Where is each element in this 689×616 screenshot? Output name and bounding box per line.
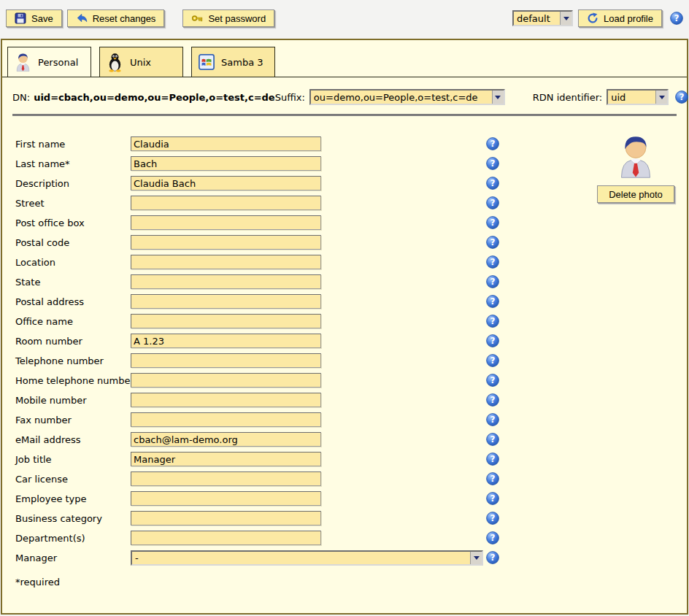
help-icon[interactable]: ? bbox=[486, 275, 499, 288]
manager-select[interactable]: - bbox=[131, 550, 483, 566]
save-button-label: Save bbox=[31, 13, 53, 24]
postal-address-input[interactable] bbox=[131, 294, 321, 309]
help-icon[interactable]: ? bbox=[486, 255, 499, 269]
svg-text:?: ? bbox=[490, 395, 496, 405]
help-icon[interactable]: ? bbox=[486, 177, 499, 190]
svg-text:?: ? bbox=[490, 533, 496, 543]
department-s-input[interactable] bbox=[131, 531, 321, 545]
svg-text:?: ? bbox=[490, 217, 496, 228]
field-row: Last name*? bbox=[15, 156, 687, 171]
dropdown-arrow-icon[interactable] bbox=[470, 552, 482, 564]
help-icon[interactable]: ? bbox=[486, 137, 499, 150]
job-title-input[interactable] bbox=[131, 452, 321, 466]
postal-code-input[interactable] bbox=[131, 235, 321, 250]
help-icon[interactable]: ? bbox=[486, 472, 499, 485]
home-telephone-number-input[interactable] bbox=[131, 373, 321, 388]
field-label-first-name: First name bbox=[15, 139, 131, 150]
fax-number-input[interactable] bbox=[131, 412, 321, 427]
help-icon[interactable]: ? bbox=[486, 492, 499, 505]
tab-samba3-label: Samba 3 bbox=[221, 57, 263, 68]
help-icon[interactable]: ? bbox=[486, 512, 499, 525]
load-profile-button-label: Load profile bbox=[604, 13, 653, 24]
location-input[interactable] bbox=[131, 255, 321, 269]
help-icon[interactable]: ? bbox=[486, 196, 499, 209]
field-label-street: Street bbox=[15, 198, 131, 209]
tab-unix-label: Unix bbox=[130, 57, 151, 68]
mobile-number-input[interactable] bbox=[131, 393, 321, 407]
rdn-identifier-select[interactable]: uid bbox=[607, 89, 669, 105]
module-tabbar: Personal Unix Samba 3 bbox=[2, 40, 687, 77]
help-icon[interactable]: ? bbox=[486, 236, 499, 249]
description-input[interactable] bbox=[131, 176, 321, 190]
field-label-car-license: Car license bbox=[15, 474, 131, 485]
personal-form: First name?Last name*?Description?Street… bbox=[2, 116, 687, 588]
first-name-input[interactable] bbox=[131, 136, 321, 151]
dropdown-arrow-icon[interactable] bbox=[560, 12, 571, 25]
windows-logo-icon bbox=[199, 54, 215, 70]
help-icon[interactable]: ? bbox=[486, 433, 499, 446]
svg-text:?: ? bbox=[490, 513, 496, 523]
toolbar: Save Reset changes Set password default … bbox=[0, 0, 689, 28]
telephone-number-input[interactable] bbox=[131, 353, 321, 368]
help-icon[interactable]: ? bbox=[486, 354, 499, 367]
svg-text:?: ? bbox=[490, 257, 496, 267]
user-photo-placeholder-icon bbox=[617, 132, 655, 182]
help-icon[interactable]: ? bbox=[486, 393, 499, 407]
field-label-email-address: eMail address bbox=[15, 434, 131, 445]
svg-text:?: ? bbox=[490, 375, 496, 385]
help-icon[interactable]: ? bbox=[486, 551, 499, 564]
help-icon[interactable]: ? bbox=[486, 531, 499, 544]
tab-personal-label: Personal bbox=[38, 57, 78, 68]
help-icon[interactable]: ? bbox=[486, 157, 499, 170]
field-group: Street?Post office box?Postal code?Locat… bbox=[15, 196, 687, 348]
field-label-post-office-box: Post office box bbox=[15, 217, 131, 228]
post-office-box-input[interactable] bbox=[131, 215, 321, 230]
key-icon bbox=[191, 12, 203, 24]
help-icon[interactable]: ? bbox=[486, 295, 499, 308]
tab-unix[interactable]: Unix bbox=[99, 47, 183, 77]
suffix-select[interactable]: ou=demo,ou=People,o=test,c=de bbox=[309, 89, 505, 105]
svg-text:?: ? bbox=[490, 178, 496, 188]
load-profile-button[interactable]: Load profile bbox=[578, 9, 662, 27]
office-name-input[interactable] bbox=[131, 314, 321, 328]
dropdown-arrow-icon[interactable] bbox=[655, 91, 667, 104]
help-icon[interactable]: ? bbox=[486, 216, 499, 229]
svg-text:?: ? bbox=[490, 434, 496, 444]
tab-personal[interactable]: Personal bbox=[7, 47, 91, 77]
help-icon[interactable]: ? bbox=[486, 334, 499, 347]
set-password-button-label: Set password bbox=[208, 13, 266, 24]
field-row: Business category? bbox=[15, 511, 687, 525]
field-row: Fax number? bbox=[15, 412, 687, 427]
tab-samba3[interactable]: Samba 3 bbox=[191, 47, 275, 77]
employee-type-input[interactable] bbox=[131, 491, 321, 506]
profile-select[interactable]: default bbox=[512, 10, 573, 26]
room-number-input[interactable] bbox=[131, 334, 321, 348]
help-icon[interactable]: ? bbox=[486, 453, 499, 466]
field-row: Employee type? bbox=[15, 491, 687, 506]
dropdown-arrow-icon[interactable] bbox=[492, 91, 504, 104]
business-category-input[interactable] bbox=[131, 511, 321, 525]
field-label-job-title: Job title bbox=[15, 454, 131, 465]
help-icon[interactable]: ? bbox=[675, 91, 688, 104]
street-input[interactable] bbox=[131, 196, 321, 210]
delete-photo-button[interactable]: Delete photo bbox=[597, 185, 674, 203]
last-name-input[interactable] bbox=[131, 156, 321, 171]
user-icon bbox=[15, 52, 31, 72]
email-address-input[interactable] bbox=[131, 432, 321, 447]
help-icon[interactable]: ? bbox=[670, 12, 683, 25]
reset-changes-button[interactable]: Reset changes bbox=[67, 9, 165, 27]
help-icon[interactable]: ? bbox=[486, 413, 499, 426]
help-icon[interactable]: ? bbox=[486, 374, 499, 387]
field-group: First name?Last name*?Description? bbox=[15, 136, 687, 190]
suffix-select-value: ou=demo,ou=People,o=test,c=de bbox=[311, 91, 492, 104]
car-license-input[interactable] bbox=[131, 471, 321, 486]
svg-text:?: ? bbox=[490, 336, 496, 346]
help-icon[interactable]: ? bbox=[486, 315, 499, 328]
field-row: Postal address? bbox=[15, 294, 687, 309]
dn-bar: DN: uid=cbach,ou=demo,ou=People,o=test,c… bbox=[12, 89, 677, 105]
field-group: Job title?Car license?Employee type?Busi… bbox=[15, 452, 687, 565]
svg-text:?: ? bbox=[490, 237, 496, 247]
set-password-button[interactable]: Set password bbox=[182, 9, 274, 27]
state-input[interactable] bbox=[131, 274, 321, 289]
save-button[interactable]: Save bbox=[6, 9, 62, 27]
